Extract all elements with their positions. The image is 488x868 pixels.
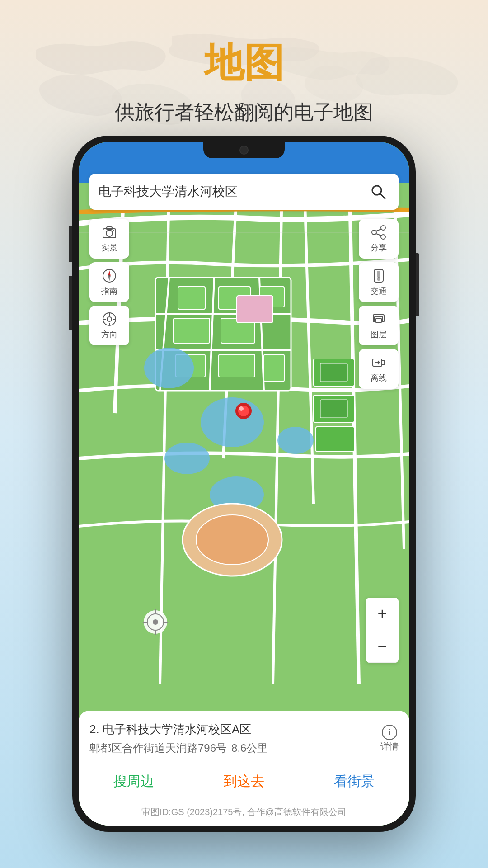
street-view-action-btn[interactable]: 看街景 bbox=[299, 768, 409, 795]
left-controls: 实景 指南 bbox=[89, 219, 129, 345]
svg-point-11 bbox=[201, 397, 264, 447]
layers-btn[interactable]: 图层 bbox=[359, 306, 399, 345]
right-controls: 分享 交通 bbox=[359, 219, 399, 389]
offline-btn[interactable]: 离线 bbox=[359, 349, 399, 389]
svg-line-46 bbox=[376, 229, 381, 231]
share-icon bbox=[371, 224, 387, 241]
phone-camera bbox=[239, 146, 249, 155]
compass-label: 指南 bbox=[101, 286, 117, 297]
search-text: 电子科技大学清水河校区 bbox=[99, 183, 367, 200]
offline-label: 离线 bbox=[371, 373, 387, 383]
search-bar[interactable]: 电子科技大学清水河校区 bbox=[89, 174, 399, 210]
svg-point-25 bbox=[239, 406, 244, 411]
info-icon: i bbox=[381, 724, 398, 741]
svg-point-50 bbox=[377, 274, 380, 278]
svg-text:i: i bbox=[388, 728, 390, 737]
svg-point-10 bbox=[144, 348, 194, 388]
traffic-label: 交通 bbox=[371, 286, 387, 297]
search-button[interactable] bbox=[367, 180, 389, 203]
layers-label: 图层 bbox=[371, 329, 387, 340]
svg-point-13 bbox=[164, 443, 210, 474]
place-info: 2. 电子科技大学清水河校区A区 郫都区合作街道天润路796号 8.6公里 bbox=[89, 722, 376, 755]
traffic-icon bbox=[371, 268, 387, 284]
svg-line-47 bbox=[376, 234, 381, 236]
street-view-btn[interactable]: 实景 bbox=[89, 219, 129, 259]
place-title: 2. 电子科技大学清水河校区A区 bbox=[89, 722, 376, 737]
svg-point-32 bbox=[113, 230, 114, 231]
svg-point-45 bbox=[381, 235, 385, 239]
place-address: 郫都区合作街道天润路796号 8.6公里 bbox=[89, 741, 376, 755]
direction-label: 方向 bbox=[101, 329, 117, 340]
phone-vol-mute bbox=[69, 226, 72, 262]
search-nearby-btn[interactable]: 搜周边 bbox=[79, 768, 189, 795]
detail-btn[interactable]: i 详情 bbox=[380, 724, 399, 753]
svg-rect-19 bbox=[316, 427, 354, 452]
copyright: 审图ID:GS (2023)2175号, 合作@高德软件有限公司 bbox=[79, 802, 409, 826]
page-subtitle: 供旅行者轻松翻阅的电子地图 bbox=[0, 99, 488, 126]
svg-point-38 bbox=[107, 317, 112, 321]
my-location-icon bbox=[142, 609, 169, 636]
svg-point-12 bbox=[277, 427, 314, 454]
svg-rect-18 bbox=[320, 400, 347, 418]
location-indicator[interactable] bbox=[142, 609, 169, 636]
zoom-in-btn[interactable]: + bbox=[366, 598, 399, 630]
svg-point-61 bbox=[153, 619, 158, 625]
phone-notch bbox=[203, 142, 285, 158]
svg-point-44 bbox=[372, 230, 376, 235]
svg-rect-22 bbox=[237, 296, 273, 323]
svg-point-36 bbox=[108, 275, 110, 277]
bottom-panel: 2. 电子科技大学清水河校区A区 郫都区合作街道天润路796号 8.6公里 bbox=[79, 711, 409, 826]
traffic-btn[interactable]: 交通 bbox=[359, 262, 399, 302]
svg-rect-5 bbox=[174, 318, 210, 343]
zoom-out-btn[interactable]: − bbox=[366, 630, 399, 663]
svg-point-43 bbox=[381, 226, 385, 230]
svg-point-30 bbox=[106, 230, 113, 236]
compass-icon bbox=[101, 268, 117, 284]
navigate-btn[interactable]: 到这去 bbox=[189, 768, 299, 795]
page-title: 地图 bbox=[0, 36, 488, 90]
bottom-info: 2. 电子科技大学清水河校区A区 郫都区合作街道天润路796号 8.6公里 bbox=[79, 711, 409, 760]
share-btn[interactable]: 分享 bbox=[359, 219, 399, 259]
phone-power-btn bbox=[416, 253, 419, 316]
share-label: 分享 bbox=[371, 242, 387, 253]
svg-point-51 bbox=[377, 277, 380, 281]
phone-vol-up-down bbox=[69, 276, 72, 330]
direction-icon bbox=[101, 311, 117, 327]
address-text: 郫都区合作街道天润路796号 bbox=[89, 741, 227, 755]
svg-rect-8 bbox=[219, 354, 255, 377]
place-number: 2. bbox=[89, 722, 99, 736]
search-icon bbox=[369, 183, 387, 201]
map-screen: 电子科技大学 电子科技大学清水河校区 bbox=[79, 142, 409, 826]
svg-rect-54 bbox=[376, 318, 381, 323]
svg-point-49 bbox=[377, 271, 380, 274]
layers-icon bbox=[371, 311, 387, 327]
detail-label: 详情 bbox=[380, 741, 399, 753]
place-name: 电子科技大学清水河校区A区 bbox=[103, 722, 251, 736]
compass-btn[interactable]: 指南 bbox=[89, 262, 129, 302]
direction-btn[interactable]: 方向 bbox=[89, 306, 129, 345]
distance: 8.6公里 bbox=[231, 741, 268, 755]
svg-rect-16 bbox=[320, 363, 347, 382]
camera-icon bbox=[101, 224, 117, 241]
svg-rect-9 bbox=[264, 354, 284, 382]
svg-line-28 bbox=[380, 193, 385, 198]
svg-point-21 bbox=[196, 515, 268, 565]
phone-mockup: 电子科技大学 电子科技大学清水河校区 bbox=[72, 136, 416, 832]
bottom-actions: 搜周边 到这去 看街景 bbox=[79, 760, 409, 802]
svg-rect-2 bbox=[178, 287, 205, 309]
street-view-label: 实景 bbox=[101, 242, 117, 253]
offline-icon bbox=[371, 354, 387, 371]
zoom-controls: + − bbox=[366, 598, 399, 663]
